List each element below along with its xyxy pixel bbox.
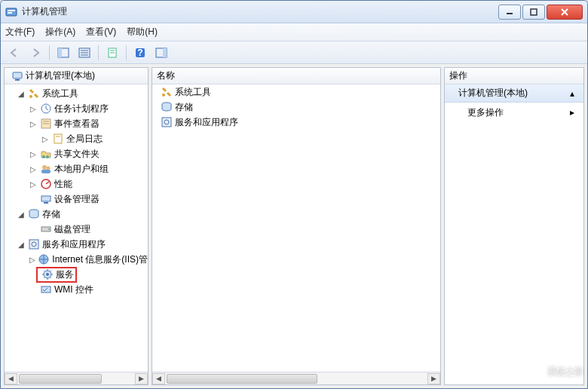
window-title: 计算机管理: [22, 5, 498, 18]
action-label: 更多操作: [467, 106, 504, 119]
svg-rect-48: [162, 118, 171, 127]
tree-label: 共享文件夹: [54, 148, 100, 161]
menu-action[interactable]: 操作(A): [45, 26, 75, 38]
tree-label: 服务: [56, 268, 74, 281]
scroll-left-icon[interactable]: ◀: [152, 373, 165, 384]
svg-point-39: [48, 228, 50, 230]
list-body[interactable]: 系统工具 存储 服务和应用程序: [152, 84, 440, 372]
actions-pane-button[interactable]: [152, 44, 170, 61]
tree-item-event-viewer[interactable]: ▷ 事件查看器: [5, 116, 148, 131]
list-item-label: 服务和应用程序: [175, 116, 238, 129]
tree-label: Internet 信息服务(IIS)管: [52, 253, 148, 266]
expand-icon[interactable]: ▷: [29, 165, 38, 173]
maximize-button[interactable]: [522, 5, 545, 20]
expand-icon[interactable]: ▷: [29, 150, 38, 158]
tree-item-shared-folders[interactable]: ▷ 共享文件夹: [5, 146, 148, 161]
menu-view[interactable]: 查看(V): [86, 26, 116, 38]
properties-button[interactable]: [103, 44, 121, 61]
highlight-box: 服务: [36, 267, 77, 283]
tree-item-global-logs[interactable]: ▷ 全局日志: [5, 131, 148, 146]
svg-point-32: [47, 167, 51, 170]
gear-icon: [41, 268, 54, 280]
tree-item-performance[interactable]: ▷ 性能: [5, 176, 148, 191]
storage-icon: [28, 208, 40, 220]
back-button[interactable]: [5, 44, 23, 61]
svg-rect-4: [531, 9, 537, 15]
tree-item-disk-management[interactable]: 磁盘管理: [5, 222, 148, 237]
svg-text:?: ?: [137, 47, 142, 58]
menu-help[interactable]: 帮助(H): [127, 26, 158, 38]
list-header[interactable]: 名称: [152, 68, 440, 84]
tree-label: 服务和应用程序: [42, 238, 106, 251]
tree-header: 计算机管理(本地): [5, 68, 148, 84]
tree-label: 事件查看器: [54, 118, 100, 130]
expand-icon[interactable]: ▷: [41, 135, 50, 143]
services-apps-icon: [161, 116, 173, 128]
collapse-icon[interactable]: ◢: [17, 210, 26, 219]
svg-point-29: [42, 155, 45, 158]
list-item[interactable]: 服务和应用程序: [152, 115, 440, 130]
tree-item-task-scheduler[interactable]: ▷ 任务计划程序: [5, 101, 148, 116]
list-panel: 名称 系统工具 存储 服务和应用程序 ◀ ▶: [152, 67, 441, 385]
performance-icon: [40, 178, 52, 190]
show-tree-button[interactable]: [54, 44, 72, 61]
tree-item-device-manager[interactable]: 设备管理器: [5, 191, 148, 207]
computer-icon: [11, 70, 23, 82]
users-icon: [40, 163, 52, 175]
forward-button[interactable]: [26, 44, 44, 61]
minimize-button[interactable]: [498, 5, 521, 20]
actions-header: 操作: [445, 68, 583, 84]
scroll-right-icon[interactable]: ▶: [427, 373, 440, 384]
collapse-icon[interactable]: ◢: [17, 240, 26, 249]
svg-rect-40: [29, 240, 38, 249]
device-icon: [40, 193, 52, 205]
tree-body[interactable]: ◢ 系统工具 ▷ 任务计划程序 ▷ 事件查看器: [5, 84, 148, 372]
tree-item-iis[interactable]: ▷ Internet 信息服务(IIS)管: [5, 252, 148, 267]
tree-item-storage[interactable]: ◢ 存储: [5, 207, 148, 222]
expand-icon[interactable]: ▷: [29, 105, 38, 113]
actions-panel: 操作 计算机管理(本地) ▴ 更多操作 ▸: [444, 67, 584, 385]
tree-item-system-tools[interactable]: ◢ 系统工具: [5, 86, 148, 101]
collapse-icon[interactable]: ◢: [17, 90, 26, 98]
scroll-left-icon[interactable]: ◀: [5, 373, 17, 384]
action-more[interactable]: 更多操作 ▸: [445, 103, 583, 122]
tree-item-wmi[interactable]: WMI 控件: [5, 282, 148, 297]
close-button[interactable]: [547, 5, 583, 20]
show-list-button[interactable]: [75, 44, 93, 61]
log-icon: [52, 133, 64, 145]
event-icon: [40, 118, 52, 130]
tree-scrollbar[interactable]: ◀ ▶: [5, 372, 148, 384]
action-section[interactable]: 计算机管理(本地) ▴: [445, 84, 583, 103]
tree-label: WMI 控件: [54, 283, 93, 296]
titlebar[interactable]: 计算机管理: [1, 1, 587, 23]
arrow-left-icon: [9, 47, 20, 58]
client-area: 计算机管理(本地) ◢ 系统工具 ▷ 任务计划程序 ▷: [1, 64, 587, 388]
list-scrollbar[interactable]: ◀ ▶: [152, 372, 440, 384]
svg-rect-1: [8, 10, 15, 11]
menubar: 文件(F) 操作(A) 查看(V) 帮助(H): [1, 23, 587, 41]
svg-point-30: [46, 155, 49, 158]
expand-icon[interactable]: ▷: [29, 120, 38, 128]
tree-item-services[interactable]: 服务: [5, 267, 148, 282]
toolbar: ?: [1, 41, 587, 64]
expand-icon[interactable]: ▷: [29, 180, 38, 188]
list-item-label: 系统工具: [175, 86, 211, 99]
actions-body: 计算机管理(本地) ▴ 更多操作 ▸: [445, 84, 583, 384]
toolbar-separator: [126, 45, 127, 60]
svg-rect-33: [41, 170, 51, 173]
action-section-label: 计算机管理(本地): [458, 87, 528, 100]
tree-label: 系统工具: [42, 87, 78, 100]
help-icon: ?: [135, 47, 145, 58]
help-button[interactable]: ?: [131, 44, 149, 61]
window-controls: [498, 5, 583, 20]
list-item[interactable]: 存储: [152, 100, 440, 115]
list-item[interactable]: 系统工具: [152, 84, 440, 100]
menu-file[interactable]: 文件(F): [5, 26, 35, 38]
expand-icon[interactable]: ▷: [29, 256, 35, 264]
tree-item-local-users[interactable]: ▷ 本地用户和组: [5, 161, 148, 176]
column-header-name: 名称: [157, 69, 175, 82]
submenu-icon: ▸: [570, 107, 574, 118]
tree-item-services-apps[interactable]: ◢ 服务和应用程序: [5, 237, 148, 252]
scroll-right-icon[interactable]: ▶: [135, 373, 148, 384]
svg-rect-21: [15, 79, 20, 81]
